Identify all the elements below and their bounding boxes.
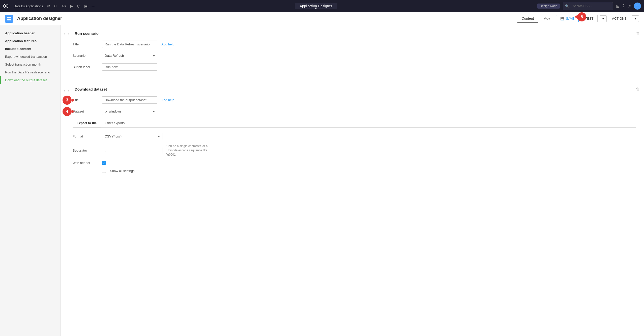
show-all-checkbox[interactable] [102,169,106,173]
content-area: ⋮⋮ Run scenario Title Add help Scenario … [61,25,644,336]
run-scenario-delete-icon[interactable]: 🗑 [636,31,640,36]
with-header-label: With header [73,161,98,165]
page-title: Application designer [17,16,513,21]
svg-rect-5 [9,19,11,20]
format-label: Format [73,134,98,138]
save-button[interactable]: 💾 SAVE [556,15,579,22]
sidebar-item-included-content[interactable]: Included content [0,45,60,53]
actions-button[interactable]: ACTIONS [609,15,630,22]
code-icon[interactable]: </> [61,4,66,8]
save-icon: 💾 [560,17,564,20]
app-logo[interactable] [3,3,9,9]
tab-advanced[interactable]: Adv [540,14,554,23]
dataset-select[interactable]: tx_windows [102,108,157,115]
search-container: 🔍 [563,2,613,10]
sidebar-item-run-scenario[interactable]: Run the Data Refresh scenario [0,68,60,76]
svg-rect-3 [9,17,11,18]
export-tabs: Export to file Other exports [73,119,636,128]
add-help-link-download[interactable]: Add help [161,98,174,102]
help-icon[interactable]: ? [622,4,625,8]
header-actions: Content Adv 💾 SAVE 5 TEST ▼ ACTIONS ▼ [517,14,639,23]
button-label-row: Button label [73,63,636,71]
show-all-settings-row: Show all settings [73,169,636,173]
download-title-input[interactable] [102,96,157,104]
title-label: Title [73,42,98,46]
actions-caret-button[interactable]: ▼ [632,15,639,22]
user-avatar[interactable]: U [634,3,641,10]
download-title-label: Title [73,98,98,102]
external-link-icon[interactable]: ↗ [628,4,631,9]
active-tab[interactable]: Application Designer [295,3,337,9]
export-form: Format CSV (*.csv) Separator Can be a si… [73,133,636,181]
button-label-input[interactable] [102,63,157,71]
with-header-row: With header ✓ [73,161,636,165]
format-select[interactable]: CSV (*.csv) [102,133,162,140]
refresh-icon[interactable]: ⟳ [54,4,57,8]
run-scenario-title: Run scenario [75,31,636,36]
button-label-label: Button label [73,65,98,69]
tab-export-to-file[interactable]: Export to file [73,119,101,127]
top-nav-right: Design Node 🔍 ⊞ ? ↗ U [537,2,641,10]
separator-input[interactable] [102,147,162,154]
tab-content[interactable]: Content [517,14,538,23]
test-button[interactable]: TEST [581,15,598,22]
sidebar-item-app-header[interactable]: Application header [0,29,60,37]
more-icon[interactable]: ··· [92,4,95,8]
top-nav: Dataiku Applications ⇄ ⟳ </> ▶ ⬡ ▣ ··· A… [0,0,644,12]
with-header-checkbox[interactable]: ✓ [102,161,106,165]
sidebar-item-select-month[interactable]: Select transaction month [0,61,60,68]
scenario-label: Scenario [73,54,98,58]
title-row: Title Add help [73,41,636,48]
download-title-row: 3 Title Add help [73,96,636,104]
download-dataset-title: Download dataset [75,87,636,91]
tab-center: Application Designer [99,3,533,9]
add-help-link-run[interactable]: Add help [161,42,174,46]
monitor-icon[interactable]: ▣ [84,4,87,8]
callout-4: 4 [63,107,72,116]
deploy-icon[interactable]: ⬡ [77,4,80,8]
test-caret-button[interactable]: ▼ [600,15,607,22]
sidebar-item-app-features[interactable]: Application features [0,37,60,45]
svg-rect-2 [7,17,9,18]
save-label: SAVE [566,17,574,20]
app-icon-btn[interactable] [5,15,13,23]
sidebar-item-export[interactable]: Export windowed transaction [0,53,60,61]
sidebar-item-download[interactable]: Download the output dataset [0,76,60,84]
download-dataset-section: ⋮⋮ Download dataset 3 Title Add help [61,81,644,187]
design-node-badge: Design Node [537,4,560,9]
nav-icons: ⇄ ⟳ </> ▶ ⬡ ▣ ··· [47,4,95,8]
svg-rect-4 [7,19,9,20]
play-icon[interactable]: ▶ [70,4,73,8]
section-drag-handle-2[interactable]: ⋮⋮ [63,88,71,93]
svg-point-1 [5,5,7,7]
scenario-row: Scenario Data Refresh [73,52,636,59]
sidebar: Application header Application features … [0,25,61,336]
separator-hint: Can be a single character, or a Unicode … [166,144,217,157]
callout-3: 3 [63,96,72,105]
separator-label: Separator [73,149,98,152]
dataset-label: Dataset [73,109,98,113]
tab-other-exports[interactable]: Other exports [101,119,129,127]
format-row: Format CSV (*.csv) [73,133,636,140]
search-icon: 🔍 [565,4,569,8]
share-icon[interactable]: ⇄ [47,4,50,8]
download-dataset-delete-icon[interactable]: 🗑 [636,87,640,92]
title-input[interactable] [102,41,157,48]
run-scenario-section: ⋮⋮ Run scenario Title Add help Scenario … [61,25,644,81]
separator-row: Separator Can be a single character, or … [73,144,636,157]
section-drag-handle[interactable]: ⋮⋮ [63,32,71,37]
search-input[interactable] [570,3,611,9]
show-all-settings-label: Show all settings [110,169,135,173]
main-layout: Application header Application features … [0,25,644,336]
scenario-select[interactable]: Data Refresh [102,52,157,59]
header-bar: Application designer Content Adv 💾 SAVE … [0,12,644,25]
grid-icon[interactable]: ⊞ [616,4,619,9]
app-title: Dataiku Applications [14,4,43,8]
dataset-row: 4 Dataset tx_windows [73,108,636,115]
